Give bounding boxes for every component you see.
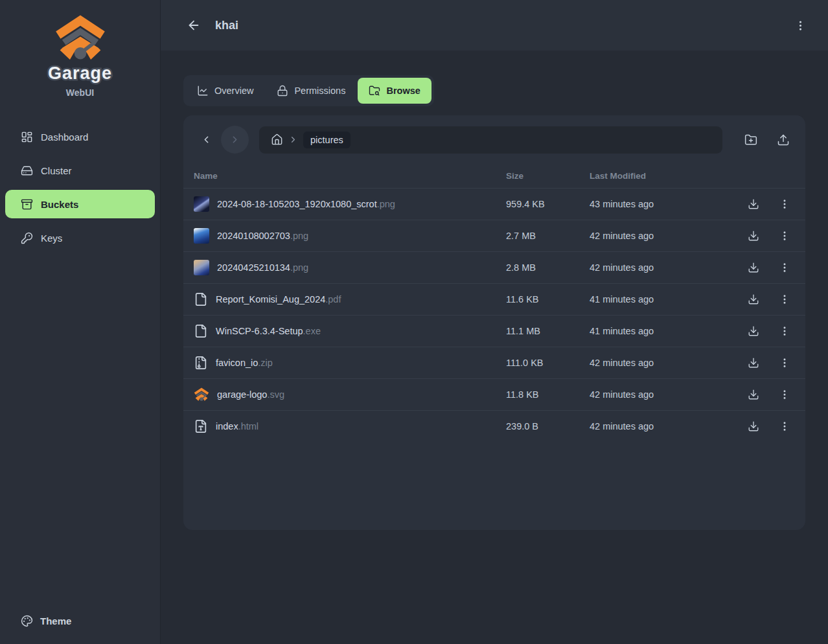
file-modified: 42 minutes ago [590,421,725,431]
download-button[interactable] [742,256,765,279]
row-actions [725,415,796,438]
file-size: 11.1 MB [506,326,590,336]
file-extension: .html [238,421,259,431]
row-menu-button[interactable] [773,256,796,279]
upload-icon [777,133,790,146]
file-extension: .svg [267,389,284,400]
row-menu-button[interactable] [773,192,796,216]
row-menu-button[interactable] [773,319,796,343]
nav-back-button[interactable] [194,126,218,154]
file-extension: .png [290,231,308,241]
bucket-menu-button[interactable] [789,14,811,36]
tab-overview[interactable]: Overview [186,78,264,104]
download-icon [748,198,759,210]
new-folder-button[interactable] [738,127,764,153]
breadcrumb[interactable]: pictures [259,126,722,154]
download-button[interactable] [742,383,765,406]
table-row[interactable]: garage-logo.svg 11.8 KB 42 minutes ago [183,378,805,410]
nav-forward-button[interactable] [221,126,249,154]
garage-logo-icon [194,387,209,402]
theme-button[interactable]: Theme [5,606,155,635]
file-size: 239.0 B [506,421,590,431]
lock-icon [277,85,288,97]
file-basename: WinSCP-6.3.4-Setup [216,326,303,336]
sidebar-item-keys[interactable]: Keys [5,224,155,252]
file-icon [194,292,208,306]
file-thumbnail [194,228,209,244]
row-menu-button[interactable] [773,415,796,438]
file-basename: Report_Komisi_Aug_2024 [216,294,325,305]
logo-block: Garage WebUI [0,0,160,103]
kebab-icon [779,325,790,337]
hard-drive-icon [21,165,33,177]
column-header-size: Size [506,171,590,181]
tab-permissions[interactable]: Permissions [266,78,356,104]
table-row[interactable]: 20240108002703.png 2.7 MB 42 minutes ago [183,220,805,251]
arrow-left-icon [187,18,201,32]
folder-plus-icon [744,133,757,146]
download-button[interactable] [742,415,765,438]
tab-browse[interactable]: Browse [358,78,431,104]
table-row[interactable]: 2024-08-18-105203_1920x1080_scrot.png 95… [183,188,805,220]
sidebar-item-label: Dashboard [41,132,88,143]
download-button[interactable] [742,192,765,216]
sidebar-item-label: Keys [41,233,62,244]
row-menu-button[interactable] [773,383,796,406]
sidebar: Garage WebUI Dashboard Cluster Buckets K… [0,0,161,644]
file-name-cell: 2024-08-18-105203_1920x1080_scrot.png [194,196,506,212]
kebab-icon [779,420,790,432]
sidebar-item-cluster[interactable]: Cluster [5,156,155,185]
file-modified: 43 minutes ago [590,199,725,209]
kebab-icon [779,230,790,242]
table-row[interactable]: 20240425210134.png 2.8 MB 42 minutes ago [183,251,805,283]
breadcrumb-folder-chip[interactable]: pictures [303,132,351,148]
sidebar-item-dashboard[interactable]: Dashboard [5,122,155,151]
download-button[interactable] [742,351,765,374]
file-name-cell: 20240108002703.png [194,228,506,244]
row-menu-button[interactable] [773,288,796,311]
row-actions [725,319,796,343]
download-button[interactable] [742,224,765,247]
file-size: 2.8 MB [506,262,590,273]
file-basename: index [216,421,238,431]
sidebar-nav: Dashboard Cluster Buckets Keys [0,122,160,252]
table-row[interactable]: Report_Komisi_Aug_2024.pdf 11.6 KB 41 mi… [183,283,805,315]
home-icon[interactable] [271,133,283,146]
app-subtitle: WebUI [66,87,94,98]
toolbar-actions [738,127,796,153]
download-icon [748,357,759,369]
garage-logo-icon [53,14,108,62]
app-title: Garage [48,63,112,84]
table-row[interactable]: favicon_io.zip 111.0 KB 42 minutes ago [183,347,805,378]
table-row[interactable]: WinSCP-6.3.4-Setup.exe 11.1 MB 41 minute… [183,315,805,347]
sidebar-item-buckets[interactable]: Buckets [5,190,155,218]
chevron-left-icon [201,134,212,145]
file-icon [194,324,208,338]
chevron-right-icon [288,135,298,144]
file-name-cell: index.html [194,419,506,433]
file-basename: 2024-08-18-105203_1920x1080_scrot [217,199,377,209]
row-actions [725,288,796,311]
row-menu-button[interactable] [773,351,796,374]
table-row[interactable]: index.html 239.0 B 42 minutes ago [183,410,805,442]
file-size: 959.4 KB [506,199,590,209]
download-icon [748,325,759,337]
sidebar-item-label: Buckets [41,199,78,210]
kebab-icon [779,357,790,369]
file-thumbnail [194,260,209,275]
file-basename: garage-logo [217,389,267,400]
download-button[interactable] [742,288,765,311]
download-icon [748,420,759,432]
upload-button[interactable] [770,127,796,153]
back-button[interactable] [183,14,205,36]
row-actions [725,383,796,406]
dashboard-icon [21,131,33,143]
column-header-name: Name [194,171,506,181]
file-table: Name Size Last Modified 2024-08-18-10520… [183,164,805,442]
download-button[interactable] [742,319,765,343]
row-actions [725,351,796,374]
content: Overview Permissions Browse [161,51,828,644]
file-extension: .exe [303,326,321,336]
row-menu-button[interactable] [773,224,796,247]
download-icon [748,389,759,400]
